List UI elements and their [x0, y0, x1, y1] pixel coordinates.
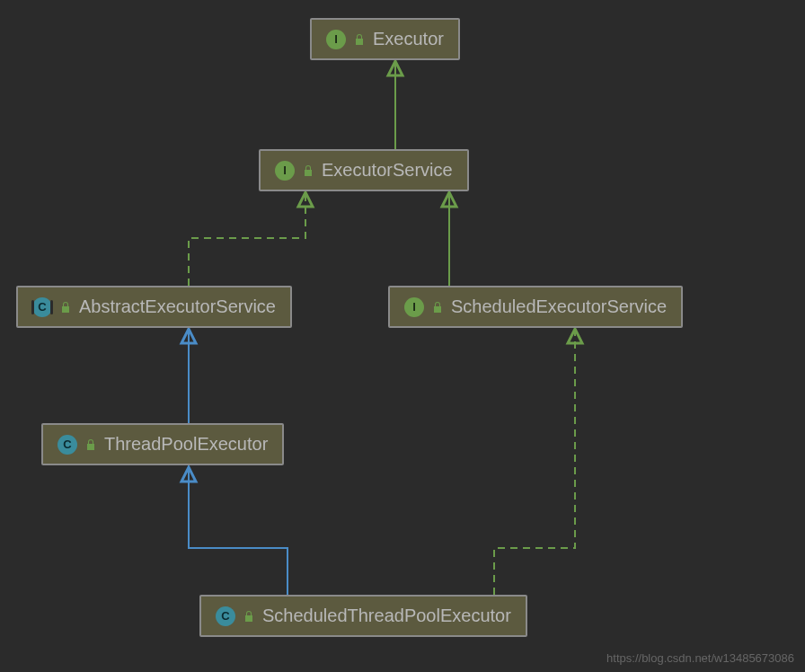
lock-icon [84, 438, 97, 451]
lock-icon [243, 610, 255, 623]
lock-icon [353, 33, 366, 46]
node-executor-service[interactable]: I ExecutorService [259, 149, 469, 191]
connections-layer [0, 0, 805, 672]
node-label: ScheduledThreadPoolExecutor [262, 606, 511, 626]
node-executor[interactable]: I Executor [310, 18, 460, 60]
node-label: ScheduledExecutorService [451, 296, 667, 317]
node-label: ExecutorService [322, 160, 453, 181]
node-label: AbstractExecutorService [79, 296, 276, 317]
class-badge: C [58, 435, 77, 455]
node-label: ThreadPoolExecutor [104, 434, 268, 455]
interface-badge: I [326, 30, 346, 49]
watermark-text: https://blog.csdn.net/w13485673086 [606, 651, 794, 665]
interface-badge: I [404, 297, 424, 317]
abstract-class-badge: C [32, 297, 52, 317]
class-badge: C [216, 606, 235, 626]
lock-icon [59, 301, 72, 314]
node-label: Executor [373, 29, 444, 49]
lock-icon [302, 164, 314, 177]
node-scheduled-executor-service[interactable]: I ScheduledExecutorService [388, 286, 683, 328]
interface-badge: I [275, 161, 295, 181]
node-scheduled-thread-pool-executor[interactable]: C ScheduledThreadPoolExecutor [199, 595, 527, 637]
lock-icon [431, 301, 444, 314]
node-thread-pool-executor[interactable]: C ThreadPoolExecutor [41, 423, 284, 465]
node-abstract-executor-service[interactable]: C AbstractExecutorService [16, 286, 292, 328]
